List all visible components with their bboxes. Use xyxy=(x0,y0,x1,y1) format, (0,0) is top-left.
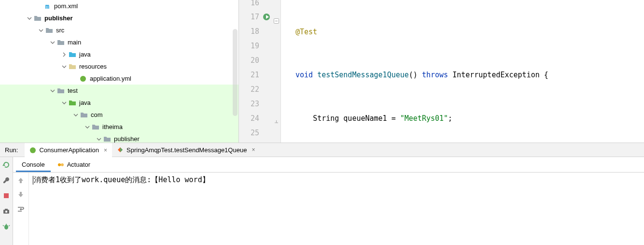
run-tool-window: Run: ConsumerApplication × SpringAmqpTes… xyxy=(0,143,644,245)
tree-label: resources xyxy=(79,63,107,70)
editor-gutter[interactable]: 16 17 18 19 20 21 22 23 24 25 xyxy=(238,0,281,143)
tree-label: com xyxy=(91,111,103,118)
folder-icon xyxy=(57,87,65,95)
tree-item-publisher-pkg[interactable]: publisher xyxy=(0,133,238,143)
svg-point-13 xyxy=(61,163,64,166)
console-toolbar xyxy=(13,173,29,245)
line-number: 25 xyxy=(251,129,259,137)
run-tab-label: ConsumerApplication xyxy=(39,146,99,154)
console-text: 消费者1收到了work.queue的消息:【Hello word】 xyxy=(34,175,210,184)
line-number: 22 xyxy=(251,85,259,94)
gutter-line-24[interactable]: 24 xyxy=(239,111,280,126)
tree-label: publisher xyxy=(44,14,73,22)
tree-label: itheima xyxy=(102,123,123,130)
folder-icon xyxy=(45,27,53,34)
camera-icon[interactable] xyxy=(2,207,10,215)
tree-item-itheima[interactable]: itheima xyxy=(0,121,238,133)
tree-item-application-yml[interactable]: application.yml xyxy=(0,72,238,85)
tree-item-pom[interactable]: m pom.xml xyxy=(0,0,238,12)
tree-item-java-test[interactable]: java xyxy=(0,97,238,109)
spring-config-icon xyxy=(79,75,87,83)
svg-point-3 xyxy=(30,147,36,153)
code-editor[interactable]: @Test void testSendMessage1Queue() throw… xyxy=(281,0,644,143)
arrow-up-icon[interactable] xyxy=(17,176,25,184)
tree-item-publisher[interactable]: publisher xyxy=(0,12,238,24)
line-number: 24 xyxy=(251,114,259,123)
svg-rect-4 xyxy=(4,193,9,198)
svg-point-6 xyxy=(5,211,7,213)
chevron-down-icon xyxy=(61,63,68,70)
maven-file-icon: m xyxy=(43,2,51,10)
module-folder-icon xyxy=(34,14,42,22)
chevron-down-icon xyxy=(61,100,68,106)
text-caret xyxy=(33,176,33,185)
svg-point-12 xyxy=(58,163,61,166)
close-icon[interactable]: × xyxy=(104,147,107,154)
tree-item-resources[interactable]: resources xyxy=(0,60,238,72)
console-tab[interactable]: Console xyxy=(16,159,51,172)
arrow-down-icon[interactable] xyxy=(17,191,25,199)
resources-folder-icon xyxy=(69,63,76,71)
run-tabs-bar: Run: ConsumerApplication × SpringAmqpTes… xyxy=(0,143,644,157)
actuator-tab[interactable]: Actuator xyxy=(52,159,96,172)
project-tree[interactable]: m pom.xml publisher src main java resou xyxy=(0,0,238,143)
test-source-folder-icon xyxy=(69,99,76,107)
run-tab-spring-amqp-test[interactable]: SpringAmqpTest.testSendMessage1Queue × xyxy=(112,143,260,157)
line-number: 17 xyxy=(251,13,259,21)
tree-item-src[interactable]: src xyxy=(0,24,238,36)
line-number: 20 xyxy=(251,56,259,65)
svg-rect-7 xyxy=(5,209,8,210)
sub-tab-label: Console xyxy=(22,161,45,168)
tree-label: application.yml xyxy=(90,75,131,82)
tree-label: java xyxy=(79,99,91,106)
rerun-icon[interactable] xyxy=(2,161,10,169)
line-number: 21 xyxy=(251,71,259,79)
package-icon xyxy=(80,111,88,119)
fold-end-icon[interactable] xyxy=(274,115,279,121)
package-icon xyxy=(103,135,111,143)
line-number: 19 xyxy=(251,42,259,50)
chevron-down-icon xyxy=(49,39,56,46)
tree-item-com[interactable]: com xyxy=(0,109,238,121)
tree-item-main[interactable]: main xyxy=(0,36,238,48)
sub-tab-label: Actuator xyxy=(67,161,90,168)
tree-label: pom.xml xyxy=(54,2,78,10)
close-icon[interactable]: × xyxy=(252,146,255,153)
svg-line-10 xyxy=(3,225,4,226)
run-tab-consumer-application[interactable]: ConsumerApplication × xyxy=(25,143,112,157)
spring-boot-icon xyxy=(29,147,36,154)
chevron-down-icon xyxy=(96,136,102,143)
code-line: @Test xyxy=(281,29,644,39)
chevron-down-icon xyxy=(38,27,44,34)
run-tab-label: SpringAmqpTest.testSendMessage1Queue xyxy=(126,146,247,154)
bug-settings-icon[interactable] xyxy=(2,223,10,231)
code-line: void testSendMessage1Queue() throws Inte… xyxy=(281,68,644,82)
tree-item-test[interactable]: test xyxy=(0,85,238,97)
code-line: String queueName1 = "MeetRys01"; xyxy=(281,111,644,126)
stop-icon[interactable] xyxy=(2,192,10,200)
chevron-down-icon xyxy=(26,15,33,22)
tree-scrollbar[interactable] xyxy=(233,29,238,116)
tree-label: java xyxy=(79,51,91,58)
wrench-icon[interactable] xyxy=(2,176,10,184)
folder-icon xyxy=(57,39,65,46)
gutter-line-17[interactable]: 17 xyxy=(239,10,280,24)
svg-line-11 xyxy=(9,225,10,226)
svg-point-8 xyxy=(4,225,8,230)
line-number: 18 xyxy=(251,27,259,36)
chevron-down-icon xyxy=(84,124,91,130)
tree-item-java-main[interactable]: java xyxy=(0,48,238,60)
chevron-right-icon xyxy=(61,51,68,58)
source-folder-icon xyxy=(69,51,76,58)
package-icon xyxy=(92,123,99,131)
chevron-down-icon xyxy=(72,112,79,118)
actuator-icon xyxy=(57,161,64,168)
soft-wrap-icon[interactable] xyxy=(17,205,25,213)
run-toolbar-left xyxy=(0,157,13,245)
console-output[interactable]: 消费者1收到了work.queue的消息:【Hello word】 xyxy=(29,173,644,245)
tree-label: src xyxy=(56,27,64,34)
svg-point-0 xyxy=(80,76,86,82)
tree-label: publisher xyxy=(114,135,140,143)
fold-minus-icon[interactable] xyxy=(274,14,279,19)
junit-test-icon xyxy=(117,146,124,153)
